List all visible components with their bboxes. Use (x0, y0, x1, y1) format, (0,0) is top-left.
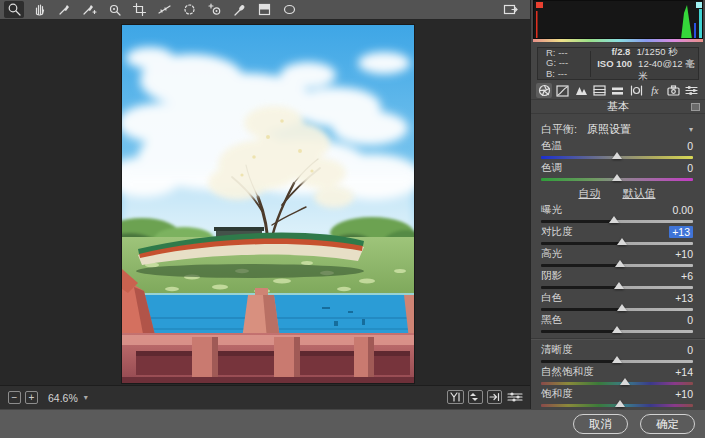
b-value: --- (558, 68, 568, 79)
slider-blacks: 黑色0 (541, 313, 693, 335)
panel-tabs: fx (531, 83, 705, 98)
preview-image[interactable] (122, 25, 414, 383)
toggle-fullscreen-icon[interactable] (500, 1, 520, 18)
slider-track[interactable] (541, 156, 693, 159)
slider-track[interactable] (541, 404, 693, 407)
slider-thumb[interactable] (614, 282, 624, 289)
tab-camera-calibration[interactable] (665, 83, 681, 98)
white-balance-caret-icon[interactable]: ▾ (689, 125, 693, 134)
slider-track[interactable] (541, 308, 693, 311)
tab-presets[interactable] (684, 83, 700, 98)
image-canvas[interactable] (0, 20, 530, 385)
tab-detail[interactable] (573, 83, 589, 98)
g-value: --- (559, 57, 569, 68)
slider-thumb[interactable] (620, 378, 630, 385)
slider-track[interactable] (541, 264, 693, 267)
slider-value[interactable]: +13 (669, 226, 693, 238)
slider-thumb[interactable] (612, 174, 622, 181)
exif-readout: R: --- G: --- B: --- f/2.81/1250 秒 ISO 1… (537, 47, 699, 80)
tab-lens-corrections[interactable] (628, 83, 644, 98)
zoom-tool-icon[interactable] (4, 1, 24, 18)
panel-title: 基本 (607, 99, 629, 114)
slider-value[interactable]: 0.00 (673, 204, 693, 216)
slider-value[interactable]: 0 (687, 140, 693, 152)
slider-track[interactable] (541, 330, 693, 333)
red-eye-tool-icon[interactable] (204, 1, 224, 18)
white-balance-tool-icon[interactable] (54, 1, 74, 18)
slider-saturation: 饱和度+10 (541, 387, 693, 409)
slider-track[interactable] (541, 242, 693, 245)
aperture-value: f/2.8 (611, 46, 630, 57)
slider-label: 高光 (541, 247, 562, 261)
slider-thumb[interactable] (612, 356, 622, 363)
shadow-clip-indicator (536, 2, 543, 8)
slider-label: 清晰度 (541, 343, 573, 357)
slider-track[interactable] (541, 360, 693, 363)
zoom-in-button[interactable]: + (25, 391, 38, 404)
zoom-level-caret-icon[interactable]: ▾ (84, 393, 88, 402)
slider-value[interactable]: +13 (675, 292, 693, 304)
graduated-filter-tool-icon[interactable] (254, 1, 274, 18)
slider-value[interactable]: 0 (687, 314, 693, 326)
adjustment-brush-tool-icon[interactable] (229, 1, 249, 18)
histogram[interactable] (533, 0, 703, 39)
slider-value[interactable]: +10 (675, 388, 693, 400)
panel-title-bar: 基本 (531, 99, 705, 114)
slider-thumb[interactable] (615, 260, 625, 267)
slider-track[interactable] (541, 178, 693, 181)
slider-value[interactable]: 0 (687, 344, 693, 356)
tab-effects[interactable]: fx (647, 83, 663, 98)
slider-label: 白色 (541, 291, 562, 305)
auto-default-row: 自动默认值 (541, 185, 693, 202)
apply-to-before-button[interactable] (487, 390, 502, 404)
swap-before-after-button[interactable] (468, 390, 483, 404)
status-bar: − + 64.6% ▾ (0, 385, 530, 409)
histogram-spectrum-strip (533, 39, 703, 42)
straighten-tool-icon[interactable] (154, 1, 174, 18)
zoom-out-button[interactable]: − (8, 391, 21, 404)
preview-options-icon[interactable] (506, 390, 524, 404)
crop-tool-icon[interactable] (129, 1, 149, 18)
tab-split-toning[interactable] (610, 83, 626, 98)
cancel-button[interactable]: 取消 (573, 414, 628, 434)
tab-basic[interactable] (536, 83, 552, 98)
color-sampler-tool-icon[interactable] (79, 1, 99, 18)
tool-bar (0, 0, 530, 20)
auto-link[interactable]: 自动 (579, 186, 601, 201)
targeted-adjustment-tool-icon[interactable] (104, 1, 124, 18)
slider-track[interactable] (541, 220, 693, 223)
tab-hsl-grayscale[interactable] (591, 83, 607, 98)
sliders-container: 色温0色调0自动默认值曝光0.00对比度+13高光+10阴影+6白色+13黑色0… (541, 139, 693, 409)
hand-tool-icon[interactable] (29, 1, 49, 18)
slider-thumb[interactable] (609, 216, 619, 223)
slider-contrast: 对比度+13 (541, 225, 693, 247)
panel-divider (531, 338, 705, 340)
slider-value[interactable]: 0 (687, 162, 693, 174)
slider-value[interactable]: +10 (675, 248, 693, 260)
zoom-level-value[interactable]: 64.6% (48, 392, 78, 404)
slider-track[interactable] (541, 382, 693, 385)
tab-tone-curve[interactable] (554, 83, 570, 98)
slider-value[interactable]: +14 (675, 366, 693, 378)
slider-label: 对比度 (541, 225, 573, 239)
left-column: − + 64.6% ▾ (0, 0, 530, 409)
slider-thumb[interactable] (612, 152, 622, 159)
ok-button[interactable]: 确定 (640, 414, 695, 434)
panel-menu-icon[interactable] (691, 103, 700, 111)
white-balance-label: 白平衡: (541, 122, 577, 137)
slider-value[interactable]: +6 (681, 270, 693, 282)
slider-thumb[interactable] (617, 238, 627, 245)
slider-thumb[interactable] (617, 304, 627, 311)
slider-thumb[interactable] (615, 400, 625, 407)
spot-removal-tool-icon[interactable] (179, 1, 199, 18)
radial-filter-tool-icon[interactable] (279, 1, 299, 18)
before-after-y-button[interactable] (447, 390, 464, 404)
slider-label: 色调 (541, 161, 562, 175)
slider-track[interactable] (541, 286, 693, 289)
white-balance-select[interactable]: 原照设置 (587, 122, 631, 137)
camera-raw-dialog: − + 64.6% ▾ (0, 0, 705, 438)
slider-thumb[interactable] (612, 326, 622, 333)
slider-label: 黑色 (541, 313, 562, 327)
main-area: − + 64.6% ▾ (0, 0, 705, 409)
default-link[interactable]: 默认值 (623, 186, 656, 201)
